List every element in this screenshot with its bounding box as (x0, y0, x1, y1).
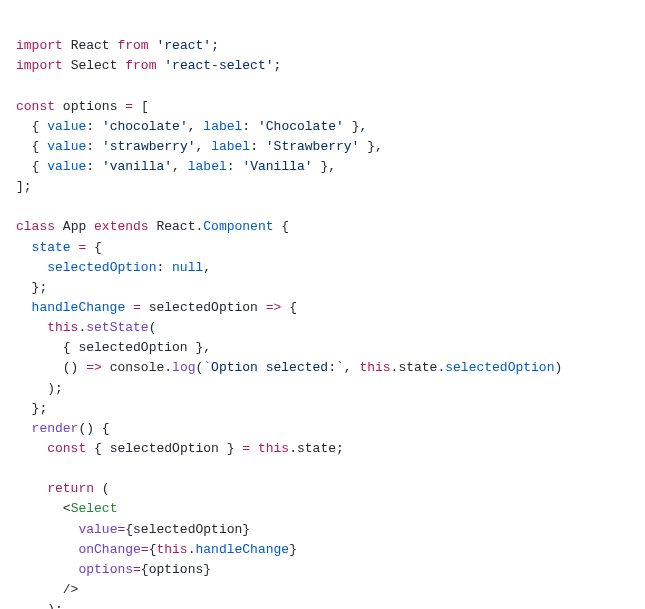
jsx-value-expr: selectedOption (133, 522, 242, 537)
setstate-key: selectedOption (78, 340, 187, 355)
jsx-select-tag: Select (71, 501, 118, 516)
keyword-class: class (16, 219, 55, 234)
keyword-from: from (125, 58, 156, 73)
prop-value: value (47, 159, 86, 174)
prop-label: label (203, 119, 242, 134)
destructure-var: selectedOption (110, 441, 219, 456)
state-prop: state (32, 240, 71, 255)
keyword-from: from (117, 38, 148, 53)
keyword-const: const (16, 99, 55, 114)
render-method: render (32, 421, 79, 436)
keyword-return: return (47, 481, 94, 496)
keyword-const: const (47, 441, 86, 456)
jsx-attr-options: options (78, 562, 133, 577)
keyword-import: import (16, 58, 63, 73)
keyword-import: import (16, 38, 63, 53)
opt0-label: 'Chocolate' (258, 119, 344, 134)
prop-value: value (47, 119, 86, 134)
import-name-react: React (71, 38, 110, 53)
component-super: Component (203, 219, 273, 234)
null-literal: null (172, 260, 203, 275)
import-source-select: 'react-select' (164, 58, 273, 73)
opt2-label: 'Vanilla' (242, 159, 312, 174)
handler-name: handleChange (32, 300, 126, 315)
log-state-prop: selectedOption (445, 360, 554, 375)
jsx-attr-value: value (78, 522, 117, 537)
keyword-extends: extends (94, 219, 149, 234)
handler-param: selectedOption (149, 300, 258, 315)
opt0-value: 'chocolate' (102, 119, 188, 134)
opt1-value: 'strawberry' (102, 139, 196, 154)
prop-label: label (211, 139, 250, 154)
log-fn: log (172, 360, 195, 375)
class-name: App (63, 219, 86, 234)
log-template: `Option selected:` (203, 360, 343, 375)
keyword-this: this (47, 320, 78, 335)
import-name-select: Select (71, 58, 118, 73)
console-ident: console (110, 360, 165, 375)
setstate-fn: setState (86, 320, 148, 335)
jsx-onchange-expr: handleChange (196, 542, 290, 557)
prop-value: value (47, 139, 86, 154)
jsx-attr-onchange: onChange (78, 542, 140, 557)
jsx-options-expr: options (149, 562, 204, 577)
state-field: selectedOption (47, 260, 156, 275)
options-ident: options (63, 99, 118, 114)
prop-label: label (188, 159, 227, 174)
import-source-react: 'react' (156, 38, 211, 53)
opt1-label: 'Strawberry' (266, 139, 360, 154)
code-block: { "code": { "lang": "javascript-react", … (0, 0, 645, 609)
opt2-value: 'vanilla' (102, 159, 172, 174)
